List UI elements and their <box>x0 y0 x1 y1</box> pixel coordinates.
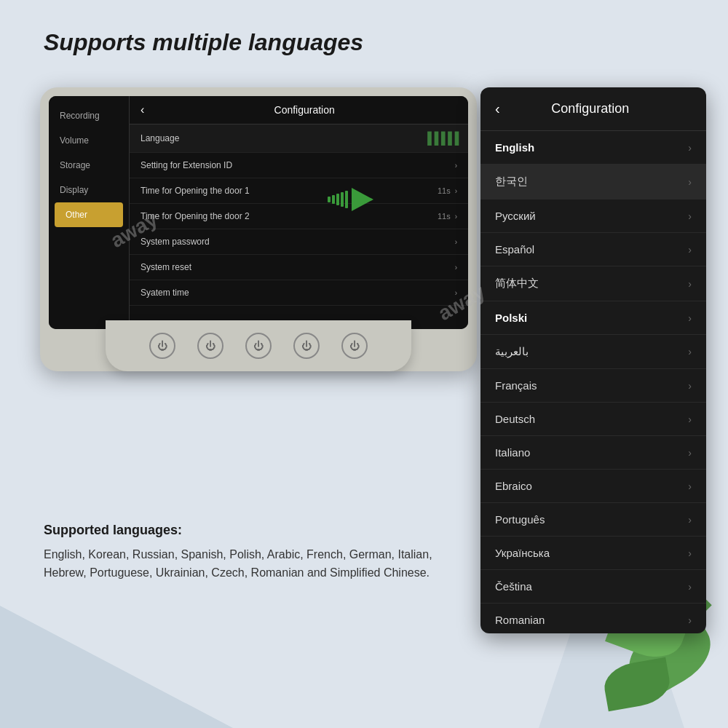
device-button-icon-5: ⏻ <box>349 340 360 352</box>
lang-arrow-arabic: › <box>688 346 692 357</box>
menu-value-door1: 11s <box>438 186 451 195</box>
arrow-bar-1 <box>328 197 331 202</box>
lang-item-czech[interactable]: Čeština › <box>480 570 706 604</box>
lang-arrow-portuguese: › <box>688 514 692 526</box>
lang-arrow-chinese: › <box>688 278 692 290</box>
menu-item-reset[interactable]: System reset › <box>130 255 468 280</box>
lang-text-arabic: بالعربية <box>495 345 688 358</box>
device-button-icon-1: ⏻ <box>157 340 167 352</box>
lang-item-romanian[interactable]: Romanian › <box>480 604 706 633</box>
lang-text-german: Deutsch <box>495 413 688 425</box>
device-main-content: ‹ Configuration Language ▐▐▐▐▐ Setting f… <box>129 96 468 329</box>
leaf-3 <box>601 657 673 712</box>
lang-text-french: Français <box>495 379 688 392</box>
sidebar-item-storage[interactable]: Storage <box>49 153 129 178</box>
device-button-3[interactable]: ⏻ <box>245 333 272 359</box>
lang-item-spanish[interactable]: Español › <box>480 233 706 266</box>
lang-text-hebrew: Ebraico <box>495 480 688 492</box>
sidebar-item-display[interactable]: Display <box>49 178 129 202</box>
menu-item-extension-id[interactable]: Setting for Extension ID › <box>130 153 468 178</box>
device-body: Recording Volume Storage Display Other ‹… <box>40 87 477 371</box>
menu-item-language[interactable]: Language ▐▐▐▐▐ <box>130 124 468 153</box>
lang-item-french[interactable]: Français › <box>480 369 706 403</box>
lang-arrow-polish: › <box>688 312 692 324</box>
arrow-bar-5 <box>345 191 348 208</box>
menu-label-door1: Time for Opening the door 1 <box>141 186 438 196</box>
arrow-bar-3 <box>336 194 339 205</box>
lang-item-italian[interactable]: Italiano › <box>480 436 706 470</box>
lang-item-arabic[interactable]: بالعربية › <box>480 335 706 369</box>
lang-item-hebrew[interactable]: Ebraico › <box>480 470 706 503</box>
lang-arrow-english: › <box>688 142 692 154</box>
menu-item-time[interactable]: Syatem time › <box>130 280 468 306</box>
language-arrows-icon: ▐▐▐▐▐ <box>423 132 457 145</box>
lang-item-russian[interactable]: Русский › <box>480 199 706 233</box>
menu-arrow-password: › <box>455 238 457 246</box>
device-sidebar: Recording Volume Storage Display Other <box>49 96 129 329</box>
lang-item-german[interactable]: Deutsch › <box>480 403 706 436</box>
lang-text-czech: Čeština <box>495 580 688 593</box>
supported-languages-heading: Supported languages: <box>44 523 444 538</box>
menu-item-password[interactable]: System password › <box>130 229 468 255</box>
device-button-icon-2: ⏻ <box>205 340 215 352</box>
language-panel-title: Configuration <box>511 101 692 116</box>
device-button-4[interactable]: ⏻ <box>293 333 320 359</box>
language-panel-header: ‹ Configuration <box>480 87 706 131</box>
lang-arrow-spanish: › <box>688 244 692 256</box>
lang-arrow-italian: › <box>688 447 692 459</box>
lang-text-spanish: Español <box>495 243 688 256</box>
device-button-icon-3: ⏻ <box>253 340 264 352</box>
arrow-bars <box>328 191 348 208</box>
device-screen-title: Configuration <box>151 104 457 116</box>
device-button-5[interactable]: ⏻ <box>341 333 368 359</box>
menu-value-door2: 11s <box>438 212 451 221</box>
menu-arrow-extension: › <box>455 162 457 170</box>
lang-text-polish: Polski <box>495 312 688 324</box>
menu-label-reset: System reset <box>141 262 455 272</box>
text-content-section: Supported languages: English, Korean, Ru… <box>44 523 444 582</box>
lang-item-polish[interactable]: Polski › <box>480 301 706 335</box>
device-button-2[interactable]: ⏻ <box>197 333 223 359</box>
lang-item-korean[interactable]: 한국인 › <box>480 165 706 199</box>
lang-text-romanian: Romanian <box>495 614 688 626</box>
lang-arrow-czech: › <box>688 581 692 593</box>
menu-label-time: Syatem time <box>141 288 455 298</box>
menu-item-door1[interactable]: Time for Opening the door 1 11s › <box>130 178 468 204</box>
device-back-button[interactable]: ‹ <box>141 103 144 116</box>
device-mockup: Recording Volume Storage Display Other ‹… <box>40 87 491 400</box>
language-panel: ‹ Configuration English › 한국인 › Русский … <box>480 87 706 633</box>
lang-arrow-german: › <box>688 414 692 425</box>
device-screen-header: ‹ Configuration <box>130 96 468 124</box>
menu-arrow-time: › <box>455 289 457 297</box>
big-arrow-icon <box>352 188 373 211</box>
device-button-1[interactable]: ⏻ <box>149 333 175 359</box>
lang-item-ukrainian[interactable]: Українська › <box>480 537 706 570</box>
sidebar-item-recording[interactable]: Recording <box>49 103 129 128</box>
device-bottom-bar: ⏻ ⏻ ⏻ ⏻ ⏻ <box>106 320 411 371</box>
page-title: Supports multiple languages <box>44 29 363 56</box>
lang-arrow-ukrainian: › <box>688 547 692 559</box>
lang-text-portuguese: Português <box>495 513 688 526</box>
sidebar-item-volume[interactable]: Volume <box>49 128 129 153</box>
menu-arrow-door1: › <box>455 187 457 195</box>
lang-text-chinese: 简体中文 <box>495 277 688 290</box>
arrow-bar-2 <box>332 195 335 204</box>
lang-arrow-korean: › <box>688 176 692 188</box>
lang-item-chinese[interactable]: 简体中文 › <box>480 266 706 301</box>
lang-item-portuguese[interactable]: Português › <box>480 503 706 537</box>
menu-label-language: Language <box>141 133 423 143</box>
device-button-icon-4: ⏻ <box>301 340 312 352</box>
menu-item-door2[interactable]: Time for Opening the door 2 11s › <box>130 204 468 229</box>
lang-text-ukrainian: Українська <box>495 547 688 559</box>
menu-label-password: System password <box>141 237 455 247</box>
arrow-bar-4 <box>341 192 344 207</box>
sidebar-item-other[interactable]: Other <box>55 202 123 227</box>
menu-label-door2: Time for Opening the door 2 <box>141 211 438 221</box>
lang-arrow-russian: › <box>688 210 692 222</box>
language-panel-back-button[interactable]: ‹ <box>495 100 500 117</box>
lang-text-russian: Русский <box>495 210 688 222</box>
lang-item-english[interactable]: English › <box>480 131 706 165</box>
lang-arrow-french: › <box>688 380 692 392</box>
menu-arrow-reset: › <box>455 264 457 272</box>
lang-arrow-hebrew: › <box>688 480 692 492</box>
